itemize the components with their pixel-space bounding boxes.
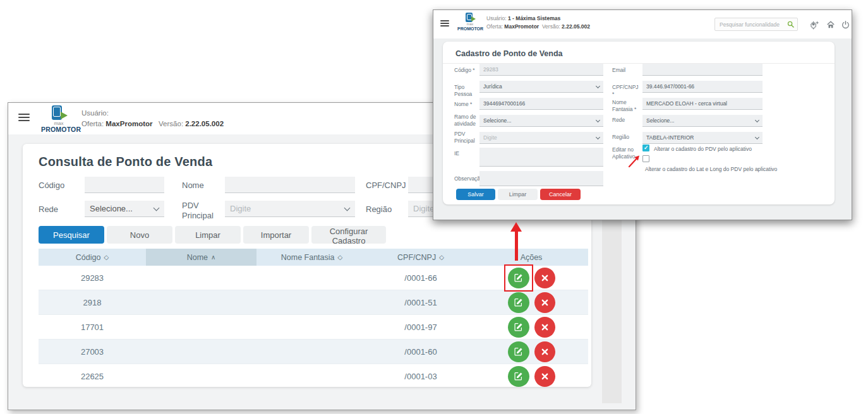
annotation-arrow-up-head [510,222,522,232]
novo-button[interactable]: Novo [107,226,172,244]
tipo-pessoa-select[interactable]: Jurídica [479,81,603,93]
delete-button[interactable] [534,317,555,338]
pdv-principal-placeholder: Digite [483,134,497,141]
nome-fantasia-label: Nome Fantasia * [612,99,641,113]
table-row: 27003 /0001-60 [39,340,588,364]
sort-icon[interactable]: ◇ [439,254,444,261]
edit-button[interactable] [508,341,529,362]
home-icon[interactable] [826,20,835,29]
rede-select[interactable]: Selecione... [642,115,763,127]
edit-button[interactable] [508,366,529,387]
limpar-button[interactable]: Limpar [175,226,241,244]
hamburger-menu-icon[interactable] [18,114,30,123]
power-icon[interactable] [841,20,850,29]
pdv-principal-select[interactable]: Digite [225,201,355,217]
regiao-select[interactable]: TABELA-INTERIOR [642,132,763,144]
rede-select[interactable]: Selecione... [85,201,164,217]
chevron-down-icon [596,118,600,122]
delete-button[interactable] [534,366,555,387]
logo-phone-icon [464,13,476,23]
table-header-row: Código ◇ Nome ∧ Nome Fantasia ◇ CPF/CNPJ… [39,249,588,266]
oferta-value: MaxPromotor [504,23,539,30]
cell-acoes [474,290,588,314]
cell-acoes [474,266,588,290]
header-nome[interactable]: Nome ∧ [146,249,256,266]
cell-cpf-cnpj: /0001-51 [367,290,474,314]
table-row: 17701 /0001-97 [39,315,588,340]
cell-nome [146,290,256,314]
versao-value: 2.22.05.002 [562,23,590,30]
nome-fantasia-input[interactable] [642,98,763,110]
cell-nome-fantasia [256,315,367,339]
pesquisar-button[interactable]: Pesquisar [39,226,104,244]
search-icon[interactable] [787,21,794,28]
sort-asc-icon[interactable]: ∧ [211,254,215,261]
ie-input[interactable] [479,148,603,167]
nome-input[interactable] [225,177,355,193]
limpar-button[interactable]: Limpar [498,189,538,200]
search-input[interactable] [714,18,798,31]
versao-value: 2.22.05.002 [185,120,224,127]
rede-select-value: Selecione... [90,204,133,213]
cell-acoes [474,364,588,387]
cell-nome [146,340,256,364]
pdv-principal-placeholder: Digite [230,204,251,213]
edit-button[interactable] [508,268,529,288]
email-input[interactable] [642,64,763,76]
header-acoes: Ações [474,249,588,266]
codigo-input[interactable] [85,177,164,193]
importar-button[interactable]: Importar [243,226,309,244]
logo-phone-icon [50,105,68,121]
cell-nome [146,364,256,387]
table-row: 29283 /0001-66 [39,266,588,290]
oferta-label: Oferta: [486,23,503,30]
chevron-down-icon [154,205,160,211]
cell-nome-fantasia [256,290,367,314]
usuario-label: Usuário: [486,15,507,21]
header-codigo[interactable]: Código ◇ [39,249,146,266]
cell-codigo: 27003 [39,340,146,364]
delete-x-icon [541,348,548,355]
hamburger-menu-icon[interactable] [440,20,449,28]
delete-button[interactable] [534,292,555,313]
pdv-principal-select[interactable]: Digite [479,132,603,144]
chevron-down-icon [755,135,759,139]
cancelar-button[interactable]: Cancelar [540,189,581,200]
gears-icon[interactable] [810,20,819,30]
user-info: Usuário: Oferta: MaxPromotor Versão: 2.2… [81,108,224,129]
cadastro-card: Cadastro de Ponto de Venda Código * Emai… [443,42,835,204]
nome-input[interactable] [479,98,603,110]
cell-codigo: 22625 [39,364,146,387]
header-nome-fantasia[interactable]: Nome Fantasia ◇ [256,249,367,266]
chevron-down-icon [596,84,600,88]
oferta-label: Oferta: [81,120,104,127]
rede-label: Rede [612,117,641,124]
pdv-table: Código ◇ Nome ∧ Nome Fantasia ◇ CPF/CNPJ… [39,249,588,387]
delete-x-icon [541,324,548,331]
observacao-textarea[interactable] [479,171,603,186]
ramo-atividade-select[interactable]: Selecione... [479,115,603,127]
cell-codigo: 17701 [39,315,146,339]
versao-label: Versão: [159,120,183,127]
delete-x-icon [541,299,548,306]
edit-button[interactable] [508,292,529,313]
regiao-label: Região [366,204,392,215]
cpf-cnpj-label: CPF/CNPJ * [612,84,641,98]
sort-icon[interactable]: ◇ [104,254,109,261]
cpf-cnpj-input[interactable] [642,81,763,93]
regiao-value: TABELA-INTERIOR [646,134,694,141]
checkbox-alterar-latlong-label: Alterar o cadastro do Lat e Long do PDV … [645,166,777,172]
logo-promotor-text: PROMOTOR [457,27,483,32]
cell-codigo: 29283 [39,266,146,290]
delete-button[interactable] [534,268,555,288]
annotation-highlight-rect [504,264,533,292]
edit-button[interactable] [508,317,529,338]
configurar-cadastro-button[interactable]: Configurar Cadastro [311,226,386,244]
codigo-label: Código [39,180,64,191]
codigo-input [479,64,603,76]
checkbox-alterar-pdv[interactable] [642,145,649,151]
delete-button[interactable] [534,341,555,362]
header-cpf-cnpj[interactable]: CPF/CNPJ ◇ [367,249,474,266]
salvar-button[interactable]: Salvar [456,189,495,200]
sort-icon[interactable]: ◇ [338,254,343,261]
